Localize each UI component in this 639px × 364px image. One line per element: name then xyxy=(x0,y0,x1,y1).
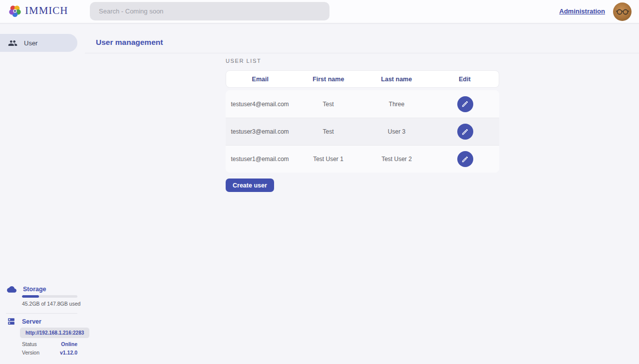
sidebar-item-user-label: User xyxy=(24,39,37,47)
storage-usage-text: 45.2GB of 147.8GB used xyxy=(22,301,80,307)
cell-first-name: Test xyxy=(294,128,362,135)
edit-user-button[interactable] xyxy=(457,124,473,140)
server-title: Server xyxy=(22,318,41,325)
server-status-row: Status Online xyxy=(22,341,77,347)
edit-user-button[interactable] xyxy=(457,96,473,112)
top-bar: IMMICH Administration xyxy=(0,0,639,23)
version-value: v1.12.0 xyxy=(60,350,77,356)
status-value: Online xyxy=(61,341,77,347)
table-row: testuser3@email.com Test User 3 xyxy=(226,118,499,145)
search-input[interactable] xyxy=(90,2,329,20)
user-avatar[interactable] xyxy=(613,2,632,21)
immich-flower-icon xyxy=(9,5,21,17)
title-divider xyxy=(85,53,639,53)
storage-progress-fill xyxy=(22,295,39,298)
cell-first-name: Test User 1 xyxy=(294,156,362,163)
cell-last-name: Three xyxy=(362,101,431,108)
user-table-body: testuser4@email.com Test Three xyxy=(226,90,499,173)
section-label: USER LIST xyxy=(226,58,499,64)
cloud-icon xyxy=(7,285,16,293)
cell-last-name: Test User 2 xyxy=(362,156,431,163)
table-row: testuser1@email.com Test User 1 Test Use… xyxy=(226,145,499,173)
pencil-edit-icon xyxy=(461,100,469,108)
server-url-chip[interactable]: http://192.168.1.216:2283 xyxy=(20,328,89,338)
column-header-edit: Edit xyxy=(431,76,499,83)
pencil-edit-icon xyxy=(461,128,469,136)
table-row: testuser4@email.com Test Three xyxy=(226,90,499,118)
edit-user-button[interactable] xyxy=(457,151,473,167)
user-table-header: Email First name Last name Edit xyxy=(226,70,499,88)
storage-title: Storage xyxy=(23,286,46,293)
cell-email: testuser3@email.com xyxy=(226,128,294,135)
page-title: User management xyxy=(96,38,163,47)
storage-progress-bar xyxy=(22,295,77,298)
cell-email: testuser4@email.com xyxy=(226,101,294,108)
administration-link[interactable]: Administration xyxy=(559,7,605,15)
server-dns-icon xyxy=(7,317,15,326)
brand-name: IMMICH xyxy=(25,4,68,17)
column-header-last-name: Last name xyxy=(362,76,431,83)
cell-first-name: Test xyxy=(294,101,362,108)
pencil-edit-icon xyxy=(461,156,469,163)
storage-section-header: Storage xyxy=(7,285,46,293)
glasses-icon xyxy=(616,8,629,15)
column-header-first-name: First name xyxy=(295,76,363,83)
server-section-header: Server xyxy=(7,317,41,326)
cell-last-name: User 3 xyxy=(362,128,431,135)
server-version-row: Version v1.12.0 xyxy=(22,350,77,356)
sidebar-item-user[interactable]: User xyxy=(0,34,77,52)
cell-email: testuser1@email.com xyxy=(226,156,294,163)
users-group-icon xyxy=(8,38,17,48)
column-header-email: Email xyxy=(226,76,295,83)
create-user-button[interactable]: Create user xyxy=(226,179,274,192)
app-logo[interactable]: IMMICH xyxy=(9,4,68,17)
version-label: Version xyxy=(22,350,39,356)
sidebar-divider xyxy=(6,313,77,314)
user-list-section: USER LIST Email First name Last name Edi… xyxy=(226,58,499,192)
status-label: Status xyxy=(22,341,37,347)
